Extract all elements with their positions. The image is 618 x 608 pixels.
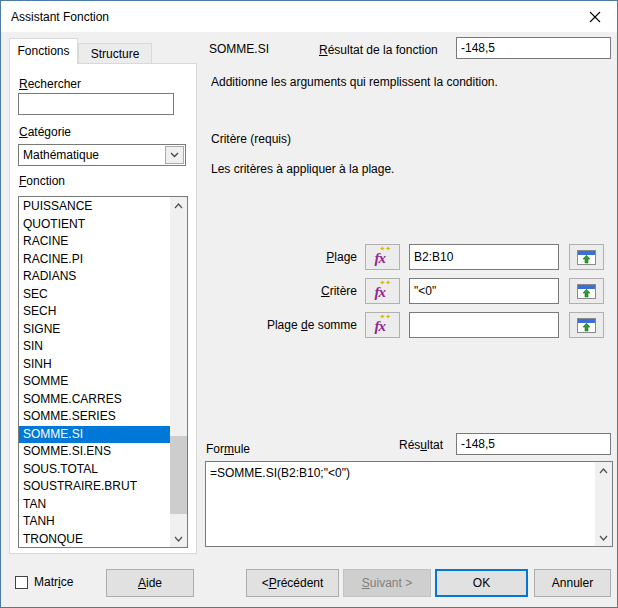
scroll-up-icon bbox=[599, 468, 608, 474]
fx-button-plage-de-somme[interactable]: fx✦✦ bbox=[365, 312, 400, 338]
matrix-label: Matrice bbox=[34, 575, 73, 589]
function-label: Fonction bbox=[19, 174, 65, 188]
function-list-item[interactable]: SOMME.SERIES bbox=[19, 408, 170, 426]
function-result-field: -148,5 bbox=[456, 37, 611, 59]
arg-input-plage-de-somme[interactable] bbox=[409, 312, 559, 338]
scroll-thumb[interactable] bbox=[170, 436, 187, 514]
function-list-item[interactable]: RACINE bbox=[19, 233, 170, 251]
function-list-item[interactable]: TANH bbox=[19, 513, 170, 531]
function-list-item[interactable]: SIGNE bbox=[19, 321, 170, 339]
function-list-item[interactable]: SINH bbox=[19, 356, 170, 374]
function-list-item[interactable]: SOMME bbox=[19, 373, 170, 391]
arg-input-plage[interactable]: B2:B10 bbox=[409, 244, 559, 270]
titlebar: Assistant Fonction bbox=[1, 1, 617, 32]
fx-icon: fx✦✦ bbox=[374, 316, 392, 334]
scroll-down-button[interactable] bbox=[170, 530, 187, 547]
function-list-item[interactable]: SECH bbox=[19, 303, 170, 321]
next-button: Suivant > bbox=[343, 569, 431, 597]
function-list-item[interactable]: PUISSANCE bbox=[19, 198, 170, 216]
function-list-item[interactable]: SEC bbox=[19, 286, 170, 304]
category-value: Mathématique bbox=[23, 148, 99, 162]
arg-label-critere: Critère bbox=[205, 284, 357, 298]
result-field: -148,5 bbox=[456, 433, 611, 455]
argument-title: Critère (requis) bbox=[211, 132, 291, 146]
arg-input-critere[interactable]: "<0" bbox=[409, 278, 559, 304]
tab-structure[interactable]: Structure bbox=[78, 43, 152, 64]
fx-button-plage[interactable]: fx✦✦ bbox=[365, 244, 400, 270]
scroll-up-icon bbox=[174, 203, 183, 209]
function-list-item[interactable]: TRONQUE bbox=[19, 531, 170, 549]
formula-scrollbar[interactable] bbox=[595, 462, 612, 546]
tab-fonctions[interactable]: Fonctions bbox=[9, 38, 78, 64]
function-list-item[interactable]: TAN bbox=[19, 496, 170, 514]
result-label: Résultat bbox=[399, 438, 443, 452]
function-list-item[interactable]: SOUSTRAIRE.BRUT bbox=[19, 478, 170, 496]
arg-label-plage-de-somme: Plage de somme bbox=[205, 318, 357, 332]
scroll-up-button[interactable] bbox=[595, 462, 612, 479]
previous-button[interactable]: <Précédent bbox=[246, 569, 339, 597]
scroll-up-button[interactable] bbox=[170, 197, 187, 214]
search-input[interactable] bbox=[18, 93, 174, 115]
scroll-down-icon bbox=[174, 536, 183, 542]
fx-icon: fx✦✦ bbox=[374, 282, 392, 300]
function-list-item[interactable]: SOMME.CARRES bbox=[19, 391, 170, 409]
chevron-down-icon bbox=[170, 152, 179, 158]
category-label: Catégorie bbox=[19, 125, 71, 139]
fx-button-critere[interactable]: fx✦✦ bbox=[365, 278, 400, 304]
cancel-button[interactable]: Annuler bbox=[534, 569, 611, 597]
argument-hint: Les critères à appliquer à la plage. bbox=[211, 162, 394, 176]
close-button[interactable] bbox=[579, 5, 611, 28]
matrix-checkbox[interactable] bbox=[15, 576, 28, 589]
shrink-button-plage-de-somme[interactable] bbox=[569, 312, 604, 338]
scroll-down-icon bbox=[599, 535, 608, 541]
function-list-item[interactable]: SIN bbox=[19, 338, 170, 356]
shrink-button-critere[interactable] bbox=[569, 278, 604, 304]
function-result-label: Résultat de la fonction bbox=[319, 43, 438, 57]
function-list-item[interactable]: SOMME.SI.ENS bbox=[19, 443, 170, 461]
formula-textarea[interactable]: =SOMME.SI(B2:B10;"<0") bbox=[205, 461, 613, 547]
shrink-icon bbox=[577, 284, 596, 299]
function-list-item[interactable]: SOUS.TOTAL bbox=[19, 461, 170, 479]
scroll-down-button[interactable] bbox=[595, 529, 612, 546]
function-list-item[interactable]: SOMME.SI bbox=[19, 426, 170, 444]
arg-label-plage: Plage bbox=[205, 250, 357, 264]
search-label: Rechercher bbox=[19, 77, 81, 91]
shrink-icon bbox=[577, 250, 596, 265]
function-list-item[interactable]: QUOTIENT bbox=[19, 216, 170, 234]
function-wizard-dialog: Assistant Fonction Fonctions Structure R… bbox=[0, 0, 618, 608]
shrink-icon bbox=[577, 318, 596, 333]
ok-button[interactable]: OK bbox=[435, 569, 528, 597]
function-list[interactable]: PUISSANCEQUOTIENTRACINERACINE.PIRADIANSS… bbox=[18, 196, 188, 548]
function-description: Additionne les arguments qui remplissent… bbox=[211, 75, 498, 89]
window-title: Assistant Fonction bbox=[11, 10, 109, 24]
close-icon bbox=[589, 11, 601, 23]
formula-label: Formule bbox=[206, 442, 250, 456]
function-list-scrollbar[interactable] bbox=[170, 197, 187, 547]
formula-text: =SOMME.SI(B2:B10;"<0") bbox=[210, 466, 350, 480]
fx-icon: fx✦✦ bbox=[374, 248, 392, 266]
function-list-item[interactable]: RACINE.PI bbox=[19, 251, 170, 269]
help-button[interactable]: Aide bbox=[106, 569, 194, 597]
selected-function-name: SOMME.SI bbox=[209, 42, 269, 56]
shrink-button-plage[interactable] bbox=[569, 244, 604, 270]
dropdown-button[interactable] bbox=[165, 146, 184, 164]
category-dropdown[interactable]: Mathématique bbox=[18, 144, 186, 166]
function-list-item[interactable]: RADIANS bbox=[19, 268, 170, 286]
